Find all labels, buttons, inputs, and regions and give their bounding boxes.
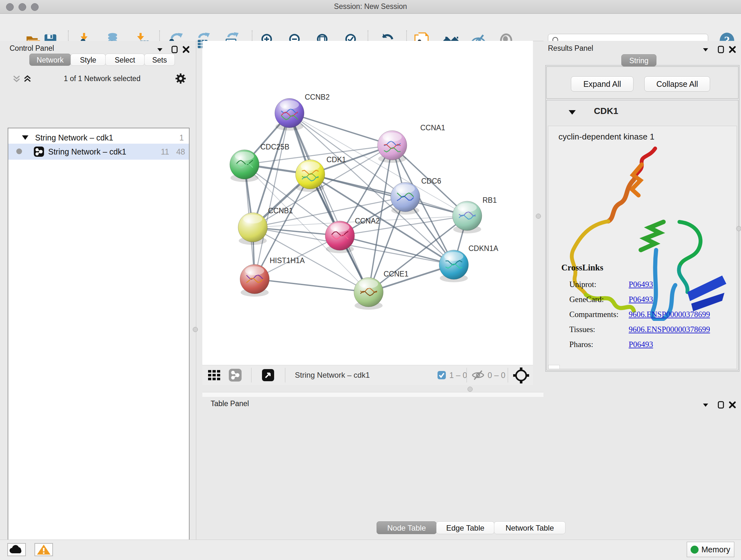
network-canvas[interactable]: CCNB2CCNA1CDC25BCDK1CDC6RB1CCNB1CCNA2CDK… [202, 41, 533, 365]
network-edge-count: 48 [176, 147, 185, 157]
tab-style[interactable]: Style [71, 54, 106, 66]
network-node-count: 11 [161, 147, 169, 157]
collapse-all-icon[interactable] [12, 74, 21, 84]
collection-count: 1 [179, 133, 184, 142]
tab-edge-table[interactable]: Edge Table [436, 521, 494, 534]
network-view-icon[interactable] [228, 368, 242, 382]
splitter-handle[interactable] [536, 213, 541, 219]
fit-selected-crosshair-icon[interactable] [513, 367, 530, 384]
crosslink-row: Compartments:9606.ENSP00000378699 [569, 307, 729, 322]
toolbar-separator [251, 368, 252, 382]
tab-sets[interactable]: Sets [144, 54, 175, 66]
tab-network[interactable]: Network [29, 54, 71, 66]
crosslink-link[interactable]: 9606.ENSP00000378699 [629, 310, 710, 319]
toolbar-separator [467, 368, 467, 382]
crosslinks-title: CrossLinks [561, 263, 603, 273]
control-panel-title: Control Panel [10, 44, 54, 53]
splitter-handle[interactable] [468, 387, 473, 392]
network-badge-icon [33, 146, 44, 157]
network-edge-CDK1-RB1[interactable] [310, 174, 467, 216]
tree-expand-icon[interactable] [21, 134, 29, 141]
crosslink-label: GeneCard: [569, 295, 629, 304]
gene-description: cyclin-dependent kinase 1 [558, 132, 655, 142]
network-edge-CCNB2-CCNA1[interactable] [289, 113, 392, 145]
warning-icon [35, 544, 52, 556]
main-toolbar: ? [0, 14, 741, 41]
results-panel-float-icon[interactable] [716, 45, 726, 54]
gene-detail-box: cyclin-dependent kinase 1 CrossLinks Un [548, 126, 737, 369]
crosslink-link[interactable]: P06493 [629, 280, 653, 289]
status-bar: Memory [0, 540, 741, 560]
crosslink-label: Tissues: [569, 325, 629, 334]
crosslinks-list: Uniprot:P06493GeneCard:P06493Compartment… [569, 277, 729, 352]
crosslink-label: Compartments: [569, 310, 629, 319]
grid-view-icon[interactable] [208, 370, 222, 381]
toolbar-separator [508, 368, 508, 382]
node-label-CCNE1: CCNE1 [384, 270, 408, 278]
scrollbar-chip[interactable] [548, 365, 560, 369]
memory-button[interactable]: Memory [687, 542, 734, 557]
collection-label: String Network – cdk1 [35, 133, 113, 142]
selected-count: 1 – 0 [449, 371, 467, 380]
section-collapse-icon[interactable] [568, 109, 577, 116]
crosslink-label: Uniprot: [569, 280, 629, 289]
crosslink-link[interactable]: 9606.ENSP00000378699 [629, 325, 710, 334]
network-tree: String Network – cdk1 1 String Network –… [8, 128, 190, 560]
crosslink-row: Uniprot:P06493 [569, 277, 729, 292]
current-network-dot-icon [16, 148, 22, 154]
expand-all-button[interactable]: Expand All [571, 76, 633, 91]
window-titlebar: Session: New Session [0, 0, 741, 14]
crosslink-link[interactable]: P06493 [629, 340, 653, 349]
network-label: String Network – cdk1 [48, 147, 126, 157]
cloud-button[interactable] [7, 543, 26, 556]
memory-status-icon [690, 545, 699, 554]
tab-string[interactable]: String [621, 54, 657, 66]
control-panel-collapse-icon[interactable] [155, 45, 165, 54]
table-panel-close-icon[interactable] [728, 400, 737, 410]
node-label-HIST1H1A: HIST1H1A [270, 256, 305, 265]
memory-label: Memory [701, 545, 730, 554]
network-row-selected[interactable]: String Network – cdk1 11 48 [8, 144, 189, 160]
network-view-toolbar: String Network – cdk1 1 – 0 0 – 0 [202, 365, 533, 385]
tab-network-table[interactable]: Network Table [494, 521, 565, 534]
node-label-CCNA2: CCNA2 [355, 217, 380, 225]
collapse-all-button[interactable]: Collapse All [644, 76, 710, 91]
toolbar-separator [285, 368, 285, 382]
table-panel-float-icon[interactable] [716, 400, 726, 410]
network-edge-HIST1H1A-CCNE1[interactable] [255, 279, 368, 292]
gear-icon[interactable] [175, 73, 186, 84]
network-collection-row[interactable]: String Network – cdk1 1 [8, 130, 189, 145]
crosslink-link[interactable]: P06493 [629, 295, 653, 304]
control-panel: Control Panel Network Style Select Sets … [0, 41, 196, 540]
splitter-handle[interactable] [736, 226, 741, 231]
node-label-CDK1: CDK1 [327, 155, 346, 164]
table-panel: Table Panel f(x) shared namenamecanonica… [202, 397, 741, 540]
control-panel-float-icon[interactable] [170, 45, 179, 54]
node-label-CCNB2: CCNB2 [305, 93, 330, 101]
node-label-CDKN1A: CDKN1A [468, 244, 498, 253]
crosslink-label: Pharos: [569, 340, 629, 349]
expand-all-icon[interactable] [23, 74, 32, 84]
table-panel-title: Table Panel [211, 399, 249, 408]
tab-select[interactable]: Select [105, 54, 145, 66]
warning-button[interactable] [35, 543, 53, 556]
results-panel-close-icon[interactable] [728, 45, 737, 54]
network-view-title: String Network – cdk1 [295, 371, 370, 380]
table-panel-collapse-icon[interactable] [701, 400, 711, 410]
hidden-count: 0 – 0 [488, 371, 506, 380]
results-panel-collapse-icon[interactable] [701, 45, 711, 54]
selected-checkbox-icon[interactable] [437, 371, 446, 380]
node-label-CDC6: CDC6 [421, 177, 441, 185]
network-edge-CCNB2-HIST1H1A[interactable] [255, 113, 289, 279]
network-selection-status: 1 of 1 Network selected [38, 74, 166, 83]
hidden-eye-icon [471, 370, 485, 380]
gene-section: CDK1 cyclin-dependent kinase 1 Cro [546, 100, 738, 370]
node-label-CCNB1: CCNB1 [268, 206, 293, 215]
crosslink-row: Pharos:P06493 [569, 337, 729, 352]
tab-node-table[interactable]: Node Table [377, 521, 436, 534]
splitter-handle[interactable] [193, 327, 198, 332]
birds-eye-icon[interactable] [262, 369, 274, 381]
expand-collapse-box: Expand All Collapse All [546, 66, 738, 99]
control-panel-close-icon[interactable] [181, 45, 191, 54]
network-edge-CCNB2-CCNE1[interactable] [289, 113, 368, 292]
